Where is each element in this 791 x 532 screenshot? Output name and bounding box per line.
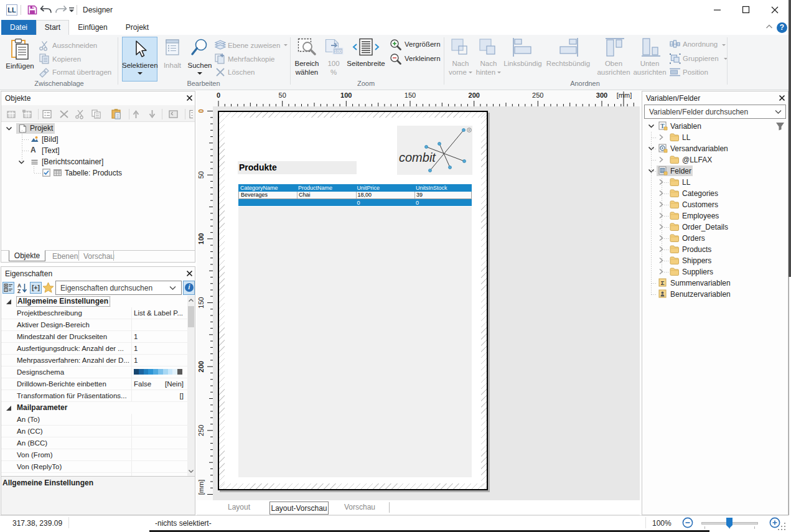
svg-text:[mm]: [mm]: [197, 480, 205, 495]
svg-text:Σ: Σ: [661, 279, 665, 286]
svg-text:150: 150: [197, 297, 205, 308]
svg-text:150: 150: [405, 91, 416, 99]
svg-text:[mm]: [mm]: [617, 91, 632, 99]
svg-text:300: 300: [596, 91, 607, 99]
svg-text:100: 100: [197, 233, 205, 245]
svg-text:Z: Z: [17, 288, 21, 294]
svg-text:250: 250: [532, 91, 543, 99]
svg-text:200: 200: [469, 91, 480, 99]
svg-text:0: 0: [197, 109, 205, 113]
svg-text:200: 200: [197, 361, 205, 372]
svg-text:100: 100: [340, 91, 352, 99]
svg-text:50: 50: [197, 171, 205, 179]
svg-text:combit: combit: [399, 151, 436, 164]
svg-text:50: 50: [279, 91, 286, 99]
svg-text:0: 0: [217, 91, 220, 99]
svg-text:100: 100: [334, 49, 342, 54]
svg-text:250: 250: [197, 425, 205, 436]
